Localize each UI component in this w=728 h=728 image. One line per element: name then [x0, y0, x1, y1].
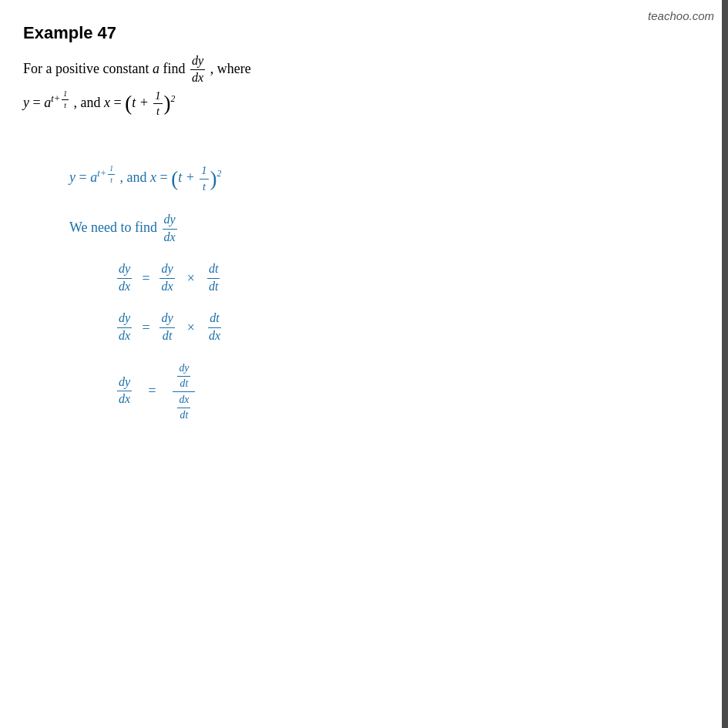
eq-blue-2: =: [159, 169, 171, 185]
x-equation-problem: x = (t + 1t)2: [104, 95, 175, 110]
big-frac-denominator: dx dt: [173, 392, 195, 421]
rhs-frac-1a: dy dx: [159, 262, 174, 294]
y-var-problem: y: [23, 95, 29, 110]
left-paren-problem: (: [125, 92, 132, 115]
problem-statement: For a positive constant a find dy dx , w…: [23, 54, 689, 122]
dx2: dx: [117, 328, 132, 344]
rhs-frac-1b: dt dt: [207, 262, 220, 294]
equals-2: =: [113, 95, 125, 110]
dy1: dy: [117, 262, 132, 278]
a-blue: a: [90, 169, 97, 185]
right-paren-blue: ): [210, 167, 217, 190]
eq-sign-3: =: [147, 383, 156, 399]
equation-chain-rule-1: dy dx = dy dx × dt dt: [116, 262, 689, 294]
dx1: dx: [117, 279, 132, 294]
dx3: dx: [117, 391, 132, 407]
exponent-2-problem: 2: [171, 94, 176, 104]
times-1: ×: [187, 270, 195, 287]
dy-num: dy: [190, 54, 205, 70]
dx-den: dx: [190, 70, 205, 86]
problem-intro-text: For a positive constant a find: [23, 61, 189, 76]
x-var-problem: x: [104, 95, 110, 110]
a-var-problem: a: [44, 95, 51, 110]
rhs-frac-2b: dt dx: [207, 311, 222, 344]
we-need-text: We need to find: [69, 220, 161, 235]
dt-den-inner: dt: [179, 377, 190, 391]
given-equations-blue: y = at+1t , and x = (t + 1t)2: [69, 160, 689, 198]
dt-den-inner2: dt: [179, 408, 190, 422]
dy2a: dy: [159, 311, 174, 327]
exp-blue-1: t+1t: [97, 168, 116, 179]
dx2b: dx: [207, 328, 222, 344]
equation-chain-rule-2: dy dx = dy dt × dt dx: [116, 311, 689, 344]
y-var-blue: y: [69, 169, 75, 185]
dx-need-den: dx: [163, 230, 177, 245]
dy-dt-num: dy dt: [177, 362, 190, 390]
equation-final-form: dy dx = dy dt dx dt: [116, 361, 689, 421]
eq-sign-2: =: [141, 320, 150, 336]
left-paren-blue: (: [171, 167, 178, 190]
where-text: , where: [210, 61, 251, 76]
dt1b-den: dt: [207, 279, 220, 294]
we-need-section: We need to find dy dx: [69, 213, 689, 245]
big-compound-fraction: dy dt dx dt: [173, 361, 195, 421]
dy3: dy: [117, 375, 132, 391]
eq-sign-1: =: [141, 270, 150, 287]
and-text-problem: , and: [73, 95, 104, 110]
dy2: dy: [117, 311, 132, 327]
dx-dt-den: dx dt: [177, 394, 190, 421]
exp-2-blue: 2: [217, 169, 222, 179]
dt1b: dt: [207, 262, 220, 278]
dy-dx-we-need: dy dx: [163, 213, 177, 245]
lhs-frac-3: dy dx: [117, 375, 132, 408]
t-plus-1-over-t-problem: t + 1t: [132, 95, 163, 110]
lhs-frac-2: dy dx: [117, 311, 132, 344]
dx-num-inner: dx: [177, 394, 190, 408]
and-blue: , and: [119, 169, 150, 185]
rhs-frac-2a: dy dt: [159, 311, 174, 344]
dt2b: dt: [208, 311, 221, 327]
exponent-t-plus-1-over-t: t+1t: [51, 93, 70, 104]
dt2a: dt: [161, 328, 174, 344]
dy-need-num: dy: [163, 213, 177, 229]
dy-dx-fraction-header: dy dx: [190, 54, 205, 86]
dx1a: dx: [159, 279, 174, 294]
lhs-frac-1: dy dx: [117, 262, 132, 294]
var-a: a: [153, 61, 159, 76]
y-equation-problem: y = at+1t: [23, 95, 73, 110]
right-paren-problem: ): [164, 92, 171, 115]
times-2: ×: [187, 320, 195, 336]
example-title: Example 47: [23, 23, 689, 43]
big-frac-numerator: dy dt: [173, 361, 195, 392]
page-content: Example 47 For a positive constant a fin…: [0, 0, 728, 461]
equals-1: =: [33, 95, 45, 110]
t-1-t-blue: t + 1t: [178, 169, 210, 185]
dy-num-inner: dy: [177, 362, 190, 377]
eq-blue-1: =: [79, 169, 91, 185]
x-var-blue: x: [150, 169, 156, 185]
dy1a: dy: [159, 262, 174, 278]
